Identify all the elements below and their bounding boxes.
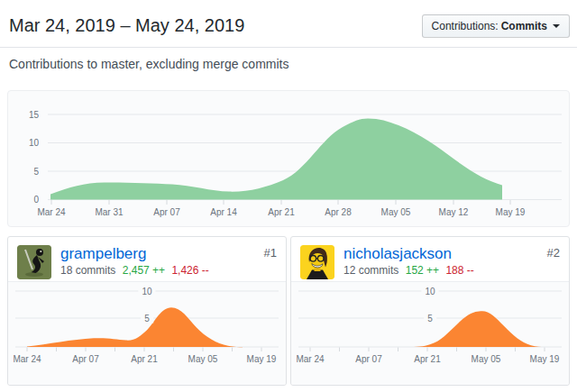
- contributor-info: grampelberg 18 commits 2,457 ++ 1,426 --: [60, 245, 209, 278]
- card-x-tick: May 19: [530, 354, 560, 364]
- contributor-stats: 18 commits 2,457 ++ 1,426 --: [60, 264, 209, 278]
- page-header: Mar 24, 2019 – May 24, 2019 Contribution…: [9, 13, 570, 41]
- main-x-tick: Mar 31: [95, 207, 123, 217]
- card-x-tick: May 05: [472, 354, 501, 364]
- contributor-area-series: [27, 307, 243, 347]
- contributor-chart-canvas: [8, 282, 286, 387]
- contributor-card-nicholasjackson: nicholasjackson 12 commits 152 ++ 188 --…: [290, 236, 570, 386]
- main-x-tick: May 05: [381, 207, 411, 217]
- card-x-tick: Apr 07: [72, 354, 98, 364]
- contributor-rank: #2: [547, 245, 560, 260]
- card-y-tick-5: 5: [424, 314, 436, 324]
- contributor-chart-canvas: [291, 282, 569, 387]
- card-x-tick: Apr 21: [414, 354, 440, 364]
- card-y-tick-10: 10: [421, 287, 438, 296]
- filter-label: Contributions:: [432, 18, 499, 34]
- main-chart-canvas: [8, 91, 569, 226]
- main-contributions-chart[interactable]: 15 10 5 0 Mar 24 Mar 31 Apr 07 Apr 14 Ap…: [7, 90, 570, 227]
- card-x-tick: Apr 21: [131, 354, 157, 364]
- contributions-filter-button[interactable]: Contributions: Commits: [422, 14, 570, 38]
- username-link[interactable]: grampelberg: [60, 245, 146, 263]
- card-x-tick: May 05: [188, 354, 218, 364]
- main-y-tick-15: 15: [8, 110, 39, 120]
- dropdown-caret-icon: [553, 24, 560, 28]
- main-x-tick: May 19: [496, 207, 526, 217]
- additions-count: 2,457 ++: [123, 264, 165, 277]
- contributor-card-grampelberg: grampelberg 18 commits 2,457 ++ 1,426 --…: [7, 236, 287, 386]
- commit-count: 18 commits: [60, 264, 115, 277]
- avatar: [17, 245, 51, 279]
- additions-count: 152 ++: [406, 264, 439, 277]
- header-divider: [0, 47, 577, 48]
- main-x-tick: Apr 07: [153, 207, 179, 217]
- main-y-tick-10: 10: [8, 138, 39, 148]
- card-x-tick: Mar 24: [13, 354, 41, 364]
- main-x-tick: Mar 24: [37, 207, 65, 217]
- contributor-header: grampelberg 18 commits 2,457 ++ 1,426 --…: [8, 237, 286, 281]
- main-y-tick-0: 0: [8, 195, 39, 205]
- filter-value: Commits: [501, 18, 547, 34]
- contributor-header: nicholasjackson 12 commits 152 ++ 188 --…: [291, 237, 569, 281]
- main-x-tick: Apr 21: [268, 207, 294, 217]
- main-y-tick-5: 5: [8, 167, 39, 177]
- username-link[interactable]: nicholasjackson: [343, 245, 452, 263]
- main-x-tick: May 12: [439, 207, 469, 217]
- contributor-chart: 10 5 Mar 24 Apr 07 Apr 21 May 05 May 19: [8, 281, 286, 385]
- contributor-info: nicholasjackson 12 commits 152 ++ 188 --: [343, 245, 474, 278]
- deletions-count: 188 --: [445, 264, 473, 277]
- contributor-chart: 10 5 Mar 24 Apr 07 Apr 21 May 05 May 19: [291, 281, 569, 385]
- main-x-tick: Apr 28: [325, 207, 351, 217]
- main-x-tick: Apr 14: [210, 207, 236, 217]
- contributor-rank: #1: [264, 245, 277, 260]
- all-contributors-area-series: [50, 119, 502, 200]
- deletions-count: 1,426 --: [171, 264, 208, 277]
- card-x-tick: May 19: [247, 354, 277, 364]
- card-x-tick: Mar 24: [296, 354, 324, 364]
- contributor-stats: 12 commits 152 ++ 188 --: [343, 264, 474, 278]
- chart-subtitle: Contributions to master, excluding merge…: [9, 57, 288, 71]
- commit-count: 12 commits: [343, 264, 398, 277]
- card-y-tick-5: 5: [141, 314, 153, 324]
- contributors-page: Mar 24, 2019 – May 24, 2019 Contribution…: [0, 0, 577, 392]
- card-x-tick: Apr 07: [355, 354, 381, 364]
- card-y-tick-10: 10: [138, 287, 155, 296]
- avatar: [300, 245, 334, 279]
